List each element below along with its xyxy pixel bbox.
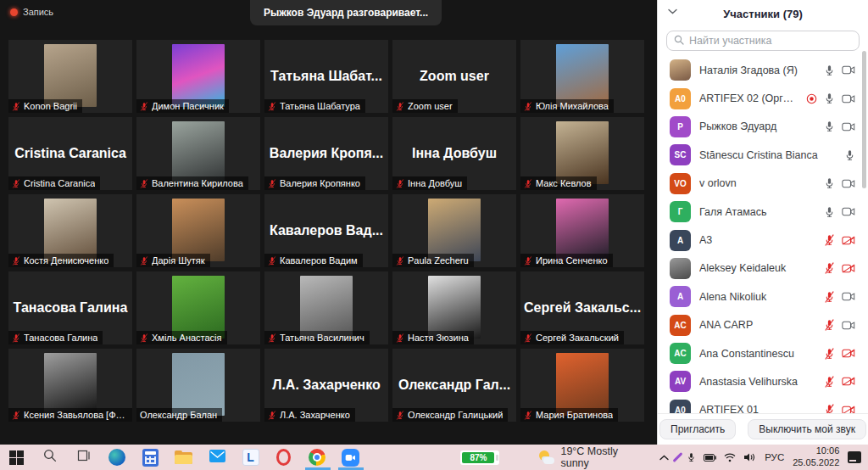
chevron-down-icon[interactable] bbox=[668, 8, 677, 14]
start-button[interactable] bbox=[0, 445, 33, 470]
weather-widget[interactable]: 19°C Mostly sunny bbox=[538, 445, 648, 469]
video-tile[interactable]: Юлія Михайлова bbox=[520, 40, 644, 113]
taskbar-search-button[interactable] bbox=[33, 445, 66, 470]
participant-row[interactable]: A0ARTIFEX 02 (Организатор) bbox=[658, 84, 864, 112]
participant-row[interactable]: VOv orlovn bbox=[658, 170, 864, 198]
taskbar-clock[interactable]: 10:06 25.05.2022 bbox=[793, 445, 839, 469]
participant-name: Костя Денисюченко bbox=[24, 255, 108, 266]
action-center-icon[interactable] bbox=[848, 451, 861, 463]
participant-row[interactable]: ACAna Constantinescu bbox=[658, 339, 864, 367]
participant-status-icons bbox=[824, 120, 855, 132]
tile-name-label: Хміль Анастасія bbox=[136, 331, 227, 344]
battery-tray-icon[interactable] bbox=[704, 454, 716, 462]
participant-row[interactable]: Наталія Згадова (Я) bbox=[658, 56, 864, 84]
avatar-image bbox=[172, 121, 225, 184]
participant-row[interactable]: PРыжков Эдуард bbox=[658, 113, 864, 141]
participant-row[interactable]: Aleksey Keidaleuk bbox=[658, 255, 864, 283]
video-tile[interactable]: Олександр Гал... Олександр Галицький bbox=[392, 349, 516, 422]
video-tile[interactable]: Макс Кевлов bbox=[520, 117, 644, 190]
opera-button[interactable] bbox=[267, 445, 300, 470]
mic-on-icon bbox=[844, 149, 855, 161]
video-tile[interactable]: Paula Zecheru bbox=[392, 194, 516, 267]
microphone-tray-icon[interactable] bbox=[687, 452, 696, 462]
participant-name: Інна Довбуш bbox=[408, 178, 462, 188]
calculator-button[interactable] bbox=[134, 445, 167, 470]
speaker-icon[interactable] bbox=[743, 452, 755, 462]
search-input[interactable] bbox=[689, 35, 852, 47]
mic-off-icon bbox=[524, 102, 532, 111]
tile-name-label: Татьяна Василинич bbox=[264, 331, 370, 344]
participant-name: Кавалеров Вадим bbox=[280, 255, 358, 266]
battery-widget[interactable]: 87% bbox=[460, 450, 498, 465]
video-tile[interactable]: Мария Братинова bbox=[520, 349, 644, 422]
participant-row[interactable]: AA3 bbox=[658, 226, 864, 254]
video-tile[interactable]: Татьяна Шабат... Татьяна Шабатура bbox=[264, 40, 388, 113]
panel-scrollbar[interactable] bbox=[862, 51, 866, 188]
mic-off-icon bbox=[396, 333, 404, 343]
zoom-app-button[interactable] bbox=[334, 445, 367, 470]
video-tile[interactable]: Кавалеров Вад... Кавалеров Вадим bbox=[264, 194, 388, 267]
video-tile[interactable]: Костя Денисюченко bbox=[8, 194, 132, 267]
active-speaker-toast: Рыжков Эдуард разговаривает... bbox=[250, 0, 442, 25]
video-tile[interactable]: Сергей Закальс... Сергей Закальский bbox=[520, 271, 644, 344]
mic-off-icon bbox=[824, 234, 835, 246]
video-tile[interactable]: Ирина Сенченко bbox=[520, 194, 644, 267]
tray-expand-button[interactable] bbox=[659, 455, 669, 461]
participant-name: Alena Nikoliuk bbox=[699, 291, 815, 303]
task-view-button[interactable] bbox=[67, 445, 100, 470]
recording-dot-icon bbox=[10, 8, 18, 16]
video-tile[interactable]: Л.А. Захарченко Л.А. Захарченко bbox=[264, 349, 388, 422]
participant-name: A3 bbox=[699, 234, 815, 246]
mail-button[interactable] bbox=[200, 445, 233, 470]
video-tile[interactable]: Олександр Балан bbox=[136, 349, 260, 422]
chrome-button[interactable] bbox=[301, 445, 334, 470]
video-tile[interactable]: Хміль Анастасія bbox=[136, 271, 260, 344]
video-tile[interactable]: Cristina Caranica Cristina Caranica bbox=[8, 117, 132, 190]
video-tile[interactable]: Танасова Галина Танасова Галина bbox=[8, 271, 132, 344]
participant-row[interactable]: AVAnastasia Velihurska bbox=[658, 367, 864, 395]
participant-status-icons bbox=[824, 262, 855, 274]
task-view-icon bbox=[76, 449, 91, 466]
participant-name: Макс Кевлов bbox=[536, 178, 592, 188]
mute-my-audio-button[interactable]: Выключить мой звук bbox=[748, 419, 866, 439]
participant-name: Сергей Закальский bbox=[536, 333, 619, 343]
video-tile[interactable]: Дарія Шутяк bbox=[136, 194, 260, 267]
video-tile[interactable]: Настя Зюзина bbox=[392, 271, 516, 344]
video-tile[interactable]: Konon Bagrii bbox=[8, 40, 132, 113]
mic-off-icon bbox=[824, 262, 835, 274]
l-app-button[interactable]: L bbox=[234, 445, 267, 470]
tile-name-label: Танасова Галина bbox=[8, 331, 103, 344]
tile-name-label: Олександр Галицький bbox=[392, 408, 508, 422]
windows-taskbar: L 87% 19°C Mostly sunny РУС bbox=[0, 445, 868, 470]
video-tile[interactable]: Zoom user Zoom user bbox=[392, 40, 516, 113]
participant-row[interactable]: ГГаля Атамась bbox=[658, 198, 864, 226]
file-explorer-button[interactable] bbox=[167, 445, 200, 470]
participant-row[interactable]: AAlena Nikoliuk bbox=[658, 283, 864, 311]
l-app-icon: L bbox=[242, 449, 259, 466]
calculator-icon bbox=[142, 449, 159, 467]
mic-off-icon bbox=[396, 411, 404, 420]
avatar-initials: A0 bbox=[670, 88, 691, 109]
video-tile[interactable]: Валентина Кирилова bbox=[136, 117, 260, 190]
tile-name-label: Димон Пасичник bbox=[136, 99, 229, 113]
camera-off-icon bbox=[842, 349, 855, 358]
video-tile[interactable]: Ксения Завьялова [ФПБ... bbox=[8, 349, 132, 422]
participant-name: Валентина Кирилова bbox=[152, 178, 243, 188]
participant-row[interactable]: SCStănescu Cristina Bianca bbox=[658, 141, 864, 169]
avatar-initials: AC bbox=[670, 343, 691, 364]
participant-status-icons bbox=[824, 348, 855, 360]
avatar-image bbox=[172, 199, 225, 261]
language-indicator[interactable]: РУС bbox=[763, 452, 786, 462]
clock-time: 10:06 bbox=[793, 445, 839, 457]
wifi-icon[interactable] bbox=[724, 453, 736, 462]
video-tile[interactable]: Валерия Кропя... Валерия Кропянко bbox=[264, 117, 388, 190]
edge-browser-button[interactable] bbox=[100, 445, 133, 470]
video-tile[interactable]: Татьяна Василинич bbox=[264, 271, 388, 344]
invite-button[interactable]: Пригласить bbox=[659, 419, 736, 439]
participant-row[interactable]: ACANA CARP bbox=[658, 311, 864, 339]
avatar-image bbox=[428, 199, 481, 261]
pen-icon[interactable] bbox=[676, 451, 679, 463]
video-tile[interactable]: Інна Довбуш Інна Довбуш bbox=[392, 117, 516, 190]
participant-search[interactable] bbox=[666, 31, 860, 51]
video-tile[interactable]: Димон Пасичник bbox=[136, 40, 260, 113]
